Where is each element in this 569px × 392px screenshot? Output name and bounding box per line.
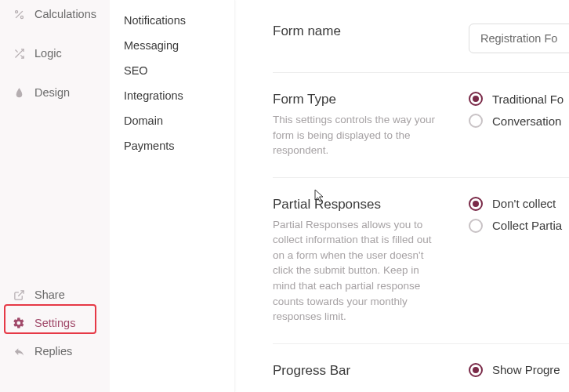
- radio-label: Collect Partia: [492, 219, 562, 232]
- section-progress-bar: Progress Bar Show Progre: [273, 344, 569, 383]
- gear-icon: [13, 317, 25, 329]
- section-form-type: Form Type This settings controls the way…: [273, 73, 569, 178]
- radio-icon: [469, 197, 483, 211]
- sidebar-item-design[interactable]: Design: [0, 78, 110, 107]
- subnav-item-integrations[interactable]: Integrations: [124, 83, 234, 108]
- sidebar-item-settings[interactable]: Settings: [0, 309, 110, 337]
- svg-line-5: [15, 49, 17, 52]
- subnav-item-notifications[interactable]: Notifications: [124, 8, 234, 33]
- radio-label: Conversation: [492, 114, 561, 128]
- svg-point-2: [20, 16, 23, 18]
- partial-option-dont-collect[interactable]: Don't collect: [469, 197, 569, 211]
- svg-line-0: [16, 11, 23, 18]
- subnav-item-payments[interactable]: Payments: [124, 133, 234, 158]
- sidebar-item-share[interactable]: Share: [0, 281, 110, 309]
- subnav-item-seo[interactable]: SEO: [124, 58, 234, 83]
- section-form-name: Form name Registration Fo: [273, 19, 569, 73]
- settings-main: Form name Registration Fo Form Type This…: [235, 0, 569, 392]
- partial-option-collect[interactable]: Collect Partia: [469, 219, 569, 233]
- sidebar-item-logic[interactable]: Logic: [0, 39, 110, 67]
- progress-title: Progress Bar: [273, 363, 437, 379]
- shuffle-icon: [13, 47, 25, 60]
- reply-icon: [13, 345, 25, 358]
- form-name-input[interactable]: Registration Fo: [469, 24, 569, 53]
- sidebar-item-label: Share: [34, 289, 65, 301]
- radio-icon: [469, 92, 483, 106]
- radio-icon: [469, 114, 483, 128]
- partial-title: Partial Responses: [273, 197, 437, 212]
- form-name-title: Form name: [273, 24, 437, 39]
- droplet-icon: [13, 86, 25, 99]
- sidebar-item-label: Settings: [34, 317, 75, 329]
- sidebar-item-label: Calculations: [34, 8, 96, 20]
- form-type-option-traditional[interactable]: Traditional Fo: [469, 92, 569, 106]
- form-type-desc: This settings controls the way your form…: [273, 112, 437, 158]
- radio-icon: [469, 363, 483, 377]
- svg-line-6: [18, 290, 24, 296]
- external-link-icon: [13, 289, 25, 301]
- radio-label: Show Progre: [492, 363, 560, 376]
- sidebar-item-replies[interactable]: Replies: [0, 337, 110, 365]
- primary-sidebar: Calculations Logic Design Share Settings…: [0, 0, 110, 392]
- section-partial-responses: Partial Responses Partial Responses allo…: [273, 178, 569, 344]
- percent-icon: [13, 8, 25, 20]
- form-type-option-conversational[interactable]: Conversation: [469, 114, 569, 128]
- settings-subnav: Notifications Messaging SEO Integrations…: [110, 0, 235, 392]
- sidebar-item-label: Logic: [34, 47, 62, 60]
- sidebar-item-label: Design: [34, 86, 70, 99]
- sidebar-item-label: Replies: [34, 345, 72, 358]
- radio-label: Traditional Fo: [492, 93, 564, 106]
- subnav-item-messaging[interactable]: Messaging: [124, 33, 234, 58]
- svg-point-1: [15, 10, 17, 13]
- progress-option-show[interactable]: Show Progre: [469, 363, 569, 377]
- subnav-item-domain[interactable]: Domain: [124, 108, 234, 133]
- form-type-title: Form Type: [273, 92, 437, 107]
- sidebar-item-calculations[interactable]: Calculations: [0, 0, 110, 28]
- partial-desc: Partial Responses allows you to collect …: [273, 217, 437, 325]
- radio-label: Don't collect: [492, 197, 556, 210]
- radio-icon: [469, 219, 483, 233]
